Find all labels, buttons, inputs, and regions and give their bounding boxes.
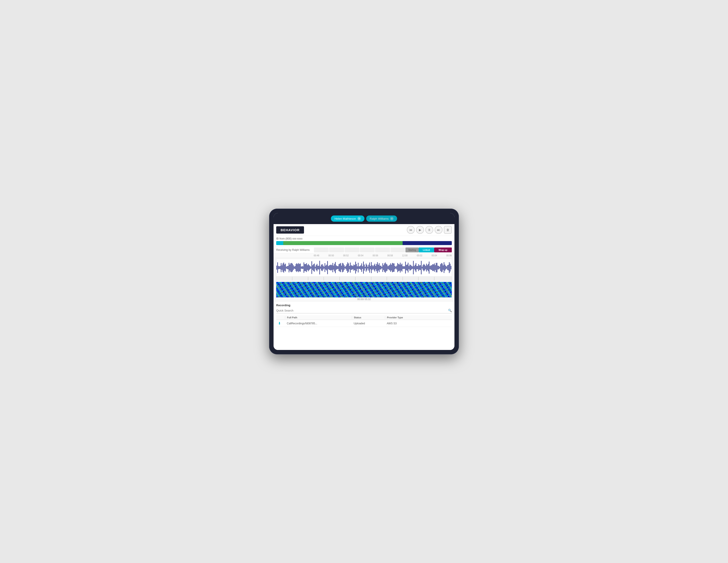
svg-rect-94: [358, 263, 358, 272]
svg-rect-166: [421, 261, 422, 274]
svg-rect-43: [313, 264, 314, 271]
svg-rect-44: [314, 263, 315, 272]
seg-wrapup: Wrap up: [434, 247, 452, 252]
svg-rect-193: [445, 264, 445, 271]
svg-rect-128: [388, 266, 388, 269]
search-icon: 🔍: [448, 309, 452, 312]
behavior-controls: ⏮ ▶ ⏸ ⏭ 🗑: [407, 226, 452, 234]
search-input[interactable]: [276, 309, 448, 312]
delete-button[interactable]: 🗑: [444, 226, 452, 234]
svg-rect-77: [343, 263, 344, 272]
forward-icon: ⏭: [437, 228, 440, 231]
svg-rect-32: [304, 262, 304, 273]
pause-icon: ⏸: [428, 228, 431, 231]
svg-rect-15: [289, 263, 289, 272]
svg-rect-198: [449, 262, 450, 273]
tick-3: 00:54: [358, 254, 363, 257]
svg-rect-118: [379, 263, 379, 272]
svg-rect-82: [347, 262, 348, 273]
tablet-inner: Helen Mathieson ✕ Ralph Williams ✕ BEHAV…: [274, 213, 454, 350]
tab-helen[interactable]: Helen Mathieson ✕: [331, 215, 364, 222]
svg-rect-101: [364, 264, 365, 271]
svg-rect-189: [441, 263, 442, 272]
waveform-canvas[interactable]: [276, 259, 452, 276]
tab-ralph-close[interactable]: ✕: [390, 217, 394, 220]
tab-helen-close[interactable]: ✕: [357, 217, 361, 220]
svg-rect-155: [411, 266, 412, 269]
svg-rect-199: [450, 263, 450, 271]
svg-rect-150: [407, 264, 408, 271]
svg-rect-63: [331, 264, 331, 270]
svg-rect-4: [279, 266, 280, 269]
progress-bar[interactable]: [276, 241, 452, 245]
svg-rect-55: [324, 266, 324, 268]
svg-rect-177: [431, 265, 431, 270]
svg-rect-27: [299, 264, 300, 271]
timeline-ticks: 00:48 00:50 00:52 00:54 00:56 00:58 12:0…: [314, 254, 452, 257]
tick-7: 00:02: [417, 254, 422, 257]
svg-rect-120: [381, 265, 381, 269]
svg-rect-200: [451, 266, 451, 269]
svg-rect-197: [448, 265, 449, 270]
seg-empty-1: [314, 247, 329, 252]
svg-rect-74: [340, 263, 341, 272]
mini-tick-2: [308, 277, 308, 280]
status-segments: Starting Linked Wrap up: [314, 247, 452, 252]
svg-rect-180: [433, 264, 434, 271]
svg-rect-186: [438, 266, 439, 269]
svg-rect-25: [297, 264, 298, 271]
progress-cyan: [276, 241, 283, 245]
svg-rect-29: [301, 266, 302, 269]
svg-rect-122: [382, 263, 383, 272]
svg-rect-115: [376, 264, 377, 271]
svg-rect-87: [352, 265, 352, 270]
svg-rect-106: [368, 265, 369, 271]
svg-rect-149: [406, 265, 407, 270]
tab-ralph[interactable]: Ralph Williams ✕: [366, 215, 397, 222]
svg-rect-76: [342, 263, 343, 272]
time-display: 00:00/ 05:32: [276, 298, 452, 301]
th-status: Status: [352, 316, 385, 319]
svg-rect-52: [321, 265, 322, 270]
svg-rect-131: [390, 263, 391, 272]
top-bar: Helen Mathieson ✕ Ralph Williams ✕: [274, 213, 454, 224]
svg-rect-72: [339, 264, 339, 271]
pause-button[interactable]: ⏸: [425, 226, 433, 234]
svg-rect-45: [315, 266, 316, 268]
svg-rect-40: [311, 266, 311, 268]
tab-ralph-label: Ralph Williams: [370, 217, 389, 220]
svg-rect-73: [340, 263, 340, 271]
svg-rect-2: [277, 262, 278, 273]
svg-rect-196: [447, 265, 448, 270]
svg-rect-93: [357, 266, 358, 269]
svg-rect-130: [389, 265, 390, 270]
svg-rect-41: [311, 261, 312, 274]
svg-rect-48: [318, 266, 318, 269]
td-download-icon[interactable]: ⬇: [276, 321, 285, 326]
svg-rect-173: [427, 265, 428, 270]
svg-rect-97: [360, 265, 361, 270]
rewind-button[interactable]: ⏮: [407, 226, 415, 234]
svg-rect-137: [396, 267, 396, 268]
svg-rect-37: [308, 264, 309, 271]
svg-rect-53: [322, 264, 323, 271]
seg-empty-5: [375, 247, 390, 252]
svg-rect-10: [284, 264, 285, 271]
recording-section: Recording 🔍 Full Path Status Provider Ty…: [274, 302, 454, 350]
svg-rect-79: [345, 267, 345, 268]
svg-rect-84: [349, 266, 350, 269]
svg-rect-78: [344, 265, 345, 270]
svg-rect-26: [298, 263, 299, 272]
svg-rect-184: [437, 263, 437, 272]
svg-rect-185: [437, 265, 438, 269]
play-button[interactable]: ▶: [416, 226, 424, 234]
svg-rect-170: [424, 265, 425, 270]
play-icon: ▶: [419, 228, 421, 231]
svg-rect-111: [373, 266, 373, 269]
svg-rect-83: [348, 263, 349, 272]
progress-blue: [403, 241, 452, 245]
rewind-icon: ⏮: [409, 228, 412, 231]
forward-button[interactable]: ⏭: [435, 226, 443, 234]
progress-green: [283, 241, 403, 245]
svg-rect-194: [445, 266, 446, 269]
